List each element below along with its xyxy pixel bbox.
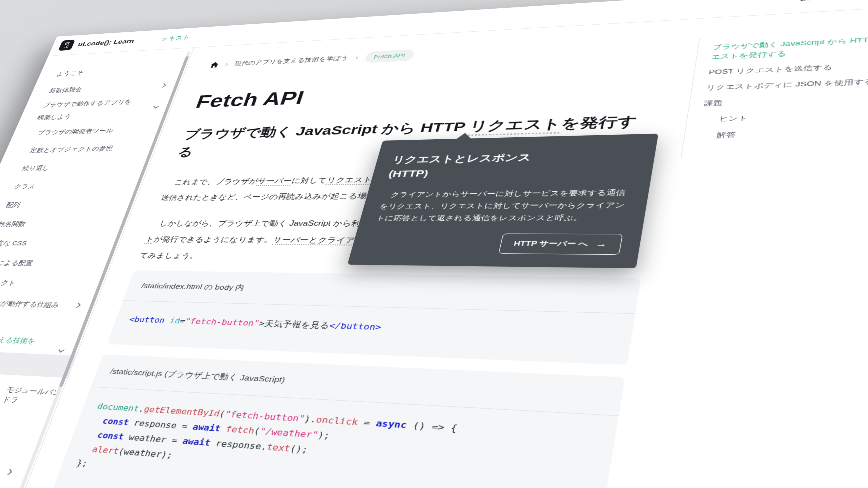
text-segment: が発行できるようになります。 [153, 235, 274, 243]
http-server-button[interactable]: HTTP サーバー へ → [498, 234, 623, 255]
tooltip-body: クライアントからサーバーに対しサービスを要求する通信をリクエスト、リクエストに対… [375, 186, 631, 224]
sidebar-item[interactable]: オブジェクト [0, 272, 107, 295]
sidebar-item[interactable]: 繰り返し [0, 156, 152, 177]
sidebar-item[interactable]: 配列 [0, 194, 138, 214]
underlined-term[interactable]: リクエスト [467, 116, 563, 136]
chevron-down-icon [152, 104, 160, 109]
sidebar-item-label: 配列 [5, 201, 22, 209]
code-line: <button id="fetch-button">天気予報を見る</butto… [127, 313, 615, 342]
sidebar-item-label: ようこそ [55, 69, 85, 77]
toc-item[interactable]: ブラウザで動く JavaScript から HTTP リクエストを発行する [710, 33, 868, 62]
browser-page-card: UT .C ut.code(); Learn テキスト ut.code(); よ… [0, 0, 868, 488]
external-site-link[interactable]: ut.code(); [799, 0, 867, 2]
external-site-label: ut.code(); [799, 0, 849, 2]
toc-item[interactable]: 解答 [699, 125, 868, 140]
chevron-down-icon [57, 348, 66, 354]
sidebar-item[interactable]: CSS による配置 [0, 252, 115, 274]
breadcrumb-section-link[interactable]: 現代のアプリを支える技術を学ぼう [234, 55, 349, 67]
brand-title[interactable]: ut.code(); Learn [76, 38, 135, 48]
arrow-right-icon: → [595, 240, 608, 248]
sidebar-item-label: 新歓体験会 [48, 86, 84, 94]
toc-list: ブラウザで動く JavaScript から HTTP リクエストを発行するPOS… [699, 32, 868, 140]
sidebar-item-label: CSS による配置 [0, 258, 35, 267]
sidebar-item[interactable] [6, 468, 15, 476]
sidebar-item[interactable]: Web サーバーが動作する仕組み [0, 291, 99, 316]
sidebar-item-label: 無名関数 [0, 220, 27, 228]
sidebar-item[interactable]: 無名関数 [0, 214, 130, 234]
toc-item[interactable]: リクエストボディに JSON を使用する [706, 74, 868, 92]
tooltip-title: リクエストとレスポンス (HTTP) [387, 149, 578, 181]
sidebar-item-label: 定数とオブジェクトの参照 [29, 144, 115, 154]
sidebar-item-label: 繰り返し [21, 164, 52, 172]
breadcrumb-separator: › [224, 62, 229, 67]
page-title: Fetch API [193, 71, 675, 112]
code-block-html: /static/index.html の body 内 <button id="… [107, 270, 641, 365]
text-segment: これまで、ブラウザが [174, 177, 259, 186]
sidebar-item-label: ブラウザの開発者ツール [37, 126, 115, 136]
sidebar-item[interactable]: クラス [0, 175, 145, 196]
text-segment: ブラウザで動く JavaScript から HTTP [182, 119, 472, 141]
tooltip-caret-icon [456, 133, 473, 139]
text-segment: に対して [291, 176, 328, 184]
underlined-term[interactable]: リクエスト [326, 176, 373, 185]
sidebar-item-label: ブラウザで動作するアプリを構築しよう [35, 95, 141, 124]
sidebar-item-label: 高度な CSS [0, 239, 29, 248]
nav-link-text[interactable]: テキスト [160, 34, 191, 42]
chevron-right-icon [6, 468, 15, 476]
toc: ブラウザで動く JavaScript から HTTP リクエストを発行するPOS… [681, 27, 868, 159]
chevron-right-icon [160, 83, 168, 88]
sidebar-item[interactable]: 高度な CSS [0, 233, 123, 254]
breadcrumb-current-badge[interactable]: Fetch API [364, 49, 415, 63]
underlined-term[interactable]: サーバー [256, 177, 293, 186]
sidebar-item-label: Web サーバーが動作する仕組み [0, 297, 61, 309]
sidebar-item-label: クラス [13, 182, 37, 190]
logo-text-top: UT [64, 41, 70, 45]
sidebar-item-label: オブジェクト [0, 278, 18, 287]
logo-text-bottom: .C [63, 45, 69, 49]
toc-item[interactable]: ヒント [701, 107, 868, 124]
utcode-logo[interactable]: UT .C [58, 40, 75, 51]
screenshot-background: UT .C ut.code(); Learn テキスト ut.code(); よ… [0, 0, 868, 488]
code-block-js: /static/script.js (ブラウザ上で動く JavaScript) … [53, 355, 625, 488]
http-server-button-label: HTTP サーバー へ [513, 239, 589, 249]
breadcrumb-separator: › [355, 55, 359, 61]
toc-item[interactable]: POST リクエストを送信する [708, 58, 868, 77]
chevron-right-icon [74, 302, 83, 308]
toc-item[interactable]: 課題 [704, 91, 868, 108]
home-icon[interactable] [209, 62, 219, 68]
term-tooltip: リクエストとレスポンス (HTTP) クライアントからサーバーに対しサービスを要… [347, 133, 658, 268]
